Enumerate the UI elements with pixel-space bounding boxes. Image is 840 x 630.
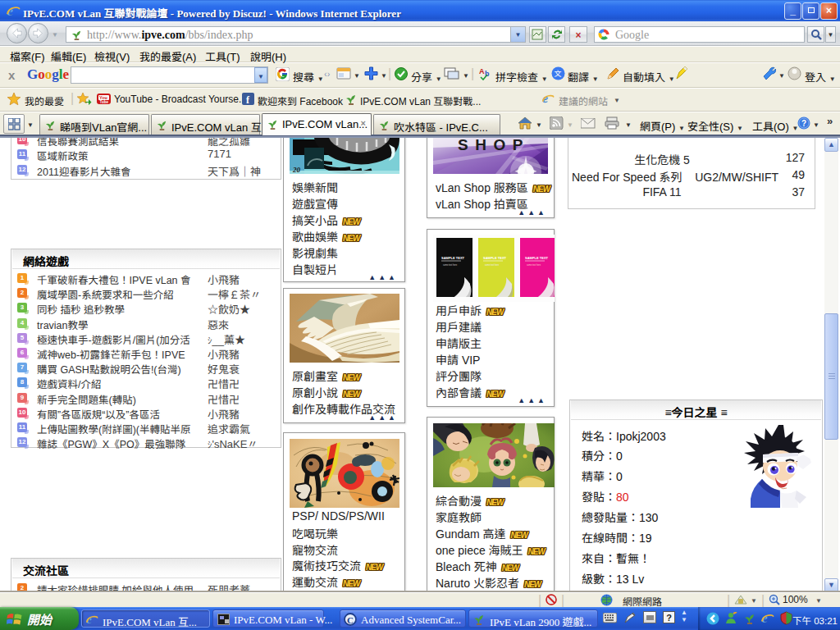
svg-text:some text here: some text here [443, 263, 458, 267]
svg-text:SAMPLE TEXT: SAMPLE TEXT [525, 256, 549, 260]
svg-text:SAMPLE TEXT: SAMPLE TEXT [441, 256, 465, 260]
svg-text:?: ? [801, 119, 806, 128]
svg-text:C: C [347, 615, 354, 625]
svg-text:文: 文 [555, 68, 562, 79]
svg-text:some text here: some text here [527, 263, 541, 267]
svg-text:SAMPLE TEXT: SAMPLE TEXT [483, 256, 507, 260]
svg-text:A: A [479, 67, 485, 75]
svg-text:Tube: Tube [100, 100, 109, 104]
svg-text:SHOP: SHOP [458, 138, 530, 153]
svg-text:20: 20 [292, 166, 301, 174]
svg-text:some text here: some text here [485, 263, 500, 267]
